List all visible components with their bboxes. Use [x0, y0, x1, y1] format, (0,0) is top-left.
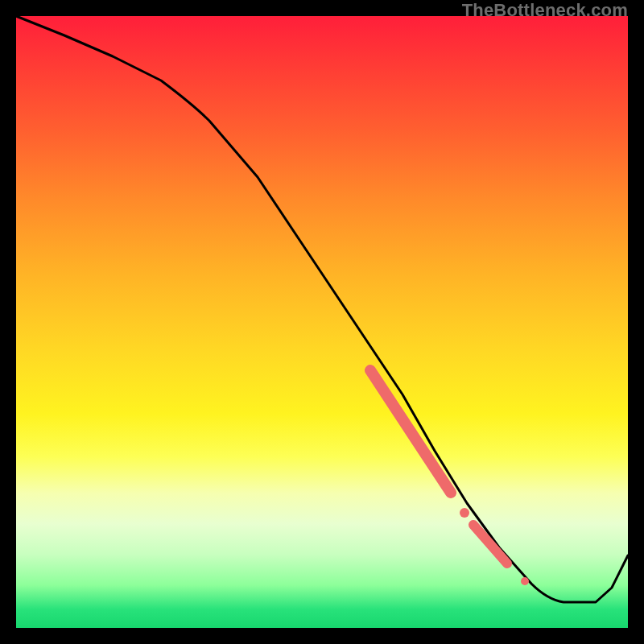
highlight-dot-1: [460, 508, 469, 518]
chart-svg: [16, 16, 628, 628]
chart-outer-frame: TheBottleneck.com: [0, 0, 644, 644]
highlight-segment-1: [370, 370, 451, 493]
chart-plot-area: [16, 16, 628, 628]
highlight-dot-2: [521, 577, 529, 585]
highlight-segment-2: [473, 525, 507, 564]
main-curve: [16, 16, 628, 602]
